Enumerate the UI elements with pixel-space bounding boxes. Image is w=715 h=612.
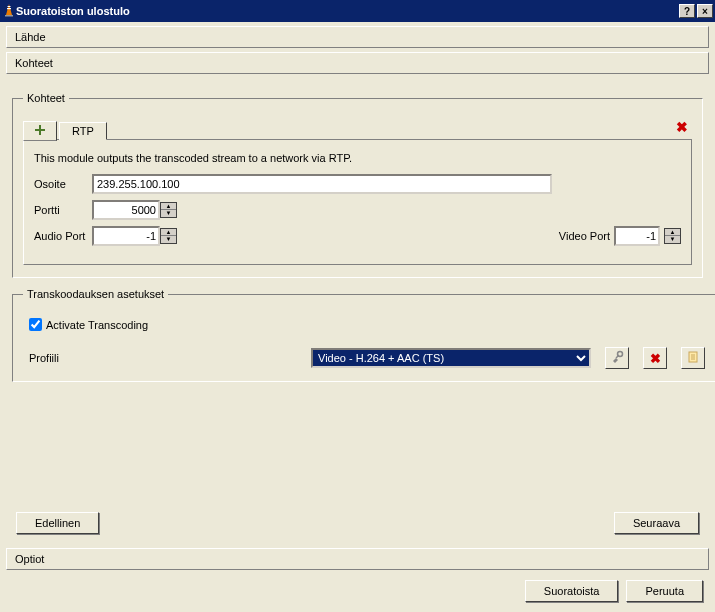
vlc-cone-icon <box>2 3 16 19</box>
spin-down-icon[interactable]: ▼ <box>161 236 176 243</box>
transcoding-group: Transkoodauksen asetukset Activate Trans… <box>12 288 715 382</box>
rtp-tab-content: This module outputs the transcoded strea… <box>23 140 692 265</box>
tab-close-button[interactable]: ✖ <box>672 119 692 139</box>
dialog-footer: Suoratoista Peruuta <box>0 570 715 612</box>
wizard-nav: Edellinen Seuraava <box>12 512 703 534</box>
svg-rect-5 <box>35 129 45 131</box>
profile-edit-button[interactable] <box>605 347 629 369</box>
window-title: Suoratoiston ulostulo <box>16 5 677 17</box>
tools-icon <box>610 350 624 366</box>
rtp-tab[interactable]: RTP <box>59 122 107 140</box>
svg-rect-3 <box>8 6 11 7</box>
next-button[interactable]: Seuraava <box>614 512 699 534</box>
options-panel-header[interactable]: Optiot <box>6 548 709 570</box>
activate-transcoding-label: Activate Transcoding <box>46 319 148 331</box>
svg-rect-1 <box>5 15 13 17</box>
source-panel-header[interactable]: Lähde <box>6 26 709 48</box>
audio-port-spinner[interactable]: ▲ ▼ <box>160 228 177 244</box>
profile-select[interactable]: Video - H.264 + AAC (TS) <box>311 348 591 368</box>
activate-transcoding-checkbox[interactable] <box>29 318 42 331</box>
rtp-description: This module outputs the transcoded strea… <box>34 152 681 164</box>
port-spinner[interactable]: ▲ ▼ <box>160 202 177 218</box>
close-window-button[interactable]: × <box>697 4 713 18</box>
delete-icon: ✖ <box>650 351 661 366</box>
destination-tabs: RTP ✖ <box>23 118 692 140</box>
svg-marker-0 <box>6 4 12 15</box>
video-port-label: Video Port <box>559 230 610 242</box>
document-icon <box>686 350 700 366</box>
transcoding-group-label: Transkoodauksen asetukset <box>23 288 168 300</box>
plus-icon <box>34 126 46 138</box>
close-icon: ✖ <box>676 119 688 135</box>
spin-up-icon[interactable]: ▲ <box>161 203 176 210</box>
help-button[interactable]: ? <box>679 4 695 18</box>
video-port-input[interactable] <box>614 226 660 246</box>
profile-delete-button[interactable]: ✖ <box>643 347 667 369</box>
port-input[interactable] <box>92 200 160 220</box>
cancel-button[interactable]: Peruuta <box>626 580 703 602</box>
stream-button[interactable]: Suoratoista <box>525 580 619 602</box>
svg-rect-2 <box>7 8 11 9</box>
destinations-panel-header[interactable]: Kohteet <box>6 52 709 74</box>
destinations-group: Kohteet RTP ✖ This module outputs the tr… <box>12 92 703 278</box>
port-label: Portti <box>34 204 92 216</box>
main-content: Kohteet RTP ✖ This module outputs the tr… <box>0 74 715 540</box>
audio-port-label: Audio Port <box>34 230 92 242</box>
previous-button[interactable]: Edellinen <box>16 512 99 534</box>
video-port-spinner[interactable]: ▲ ▼ <box>664 228 681 244</box>
spin-up-icon[interactable]: ▲ <box>665 229 680 236</box>
titlebar: Suoratoiston ulostulo ? × <box>0 0 715 22</box>
spin-up-icon[interactable]: ▲ <box>161 229 176 236</box>
add-destination-tab[interactable] <box>23 121 57 141</box>
address-input[interactable] <box>92 174 552 194</box>
profile-new-button[interactable] <box>681 347 705 369</box>
audio-port-input[interactable] <box>92 226 160 246</box>
spin-down-icon[interactable]: ▼ <box>665 236 680 243</box>
destinations-group-label: Kohteet <box>23 92 69 104</box>
profile-label: Profiili <box>29 352 89 364</box>
address-label: Osoite <box>34 178 92 190</box>
spin-down-icon[interactable]: ▼ <box>161 210 176 217</box>
